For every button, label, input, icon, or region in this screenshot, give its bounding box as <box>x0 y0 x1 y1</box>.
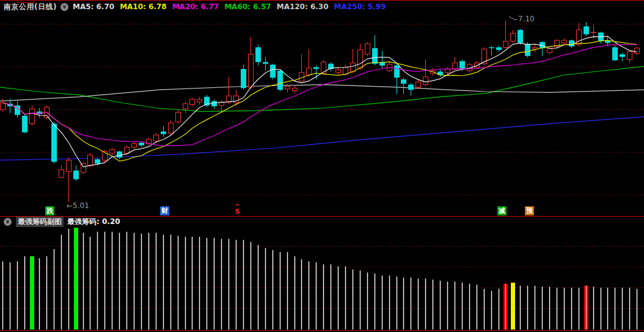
chip-bar[interactable] <box>622 288 623 330</box>
chip-bar[interactable] <box>607 288 608 330</box>
candle[interactable] <box>249 37 254 88</box>
chip-bar[interactable] <box>46 256 47 330</box>
candle[interactable] <box>132 142 137 149</box>
chip-bar[interactable] <box>295 256 295 330</box>
chip-bar[interactable] <box>375 273 375 330</box>
chip-bar[interactable] <box>520 286 521 330</box>
candle[interactable] <box>219 100 224 112</box>
chip-bar[interactable] <box>126 232 127 330</box>
chip-bar[interactable] <box>353 270 353 330</box>
chip-bar[interactable] <box>104 232 105 330</box>
chevron-down-icon[interactable] <box>60 3 68 11</box>
chip-bar[interactable] <box>119 233 120 330</box>
chip-bar[interactable] <box>170 235 171 330</box>
candle[interactable] <box>161 126 166 137</box>
candle[interactable] <box>598 32 604 44</box>
candle[interactable] <box>496 46 502 52</box>
chip-bar[interactable] <box>83 233 84 330</box>
chip-bar[interactable] <box>97 232 98 330</box>
chip-bar[interactable] <box>425 279 426 330</box>
chip-bar[interactable] <box>455 282 455 330</box>
chip-bar[interactable] <box>433 280 433 330</box>
chip-bar[interactable] <box>447 282 448 330</box>
candle[interactable] <box>22 114 27 133</box>
chip-bar[interactable] <box>484 289 485 330</box>
chip-bar[interactable] <box>112 232 112 330</box>
chip-bar[interactable] <box>192 237 192 330</box>
chip-bar[interactable] <box>331 264 331 330</box>
chip-bar[interactable] <box>462 283 463 330</box>
candle[interactable] <box>437 69 443 77</box>
candle[interactable] <box>169 120 174 135</box>
chip-bar[interactable] <box>579 288 579 330</box>
chip-bar[interactable] <box>499 289 499 330</box>
chip-bar-red[interactable] <box>503 284 508 330</box>
candle[interactable] <box>227 77 232 104</box>
chip-bar[interactable] <box>477 285 477 330</box>
chip-bar[interactable] <box>54 249 54 330</box>
chip-bar[interactable] <box>251 242 251 330</box>
chip-bar-green[interactable] <box>74 228 78 330</box>
chip-bar[interactable] <box>185 237 186 330</box>
candle[interactable] <box>67 157 71 202</box>
candle[interactable] <box>620 52 625 61</box>
chip-bar[interactable] <box>491 291 492 330</box>
chip-bar[interactable] <box>345 267 346 330</box>
chip-bar[interactable] <box>542 287 543 330</box>
chip-bar[interactable] <box>148 233 149 330</box>
chip-bar[interactable] <box>68 229 69 330</box>
chip-bar[interactable] <box>287 252 288 330</box>
candle[interactable] <box>270 64 276 80</box>
candle[interactable] <box>328 62 334 72</box>
chip-bar[interactable] <box>17 261 18 330</box>
chip-bar[interactable] <box>61 235 62 330</box>
chip-bar[interactable] <box>221 239 222 330</box>
candle[interactable] <box>1 98 5 111</box>
chip-bar[interactable] <box>440 281 441 330</box>
candle[interactable] <box>211 99 217 109</box>
chip-bar[interactable] <box>403 278 404 330</box>
chart-canvas[interactable] <box>0 0 644 332</box>
indicator-name[interactable]: 最强筹码副图 <box>16 217 64 227</box>
chip-bar[interactable] <box>214 238 214 330</box>
chip-bar[interactable] <box>207 238 207 330</box>
candle[interactable] <box>511 30 516 43</box>
candle[interactable] <box>351 49 356 73</box>
candle[interactable] <box>197 97 202 105</box>
candle[interactable] <box>241 65 246 90</box>
chip-bar[interactable] <box>236 240 236 330</box>
candle[interactable] <box>30 106 35 126</box>
chip-bar[interactable] <box>367 273 368 330</box>
chip-bar[interactable] <box>397 276 397 330</box>
chip-bar[interactable] <box>637 289 637 330</box>
chip-bar[interactable] <box>178 236 178 330</box>
chip-bar[interactable] <box>10 262 10 330</box>
chip-bar[interactable] <box>338 267 338 330</box>
chip-bar[interactable] <box>323 264 324 330</box>
candle[interactable] <box>372 35 378 66</box>
chip-bar[interactable] <box>389 276 390 330</box>
candle[interactable] <box>628 51 632 63</box>
candle[interactable] <box>379 51 385 68</box>
candle[interactable] <box>518 29 523 45</box>
candle[interactable] <box>358 44 363 70</box>
candle[interactable] <box>489 46 494 56</box>
candle[interactable] <box>408 83 414 96</box>
chip-bar-red[interactable] <box>584 286 588 330</box>
chip-bar[interactable] <box>156 233 156 330</box>
candle[interactable] <box>313 65 319 79</box>
chip-bar[interactable] <box>90 237 90 330</box>
candle[interactable] <box>277 70 283 92</box>
chevron-down-icon[interactable] <box>4 218 12 226</box>
candle[interactable] <box>584 22 589 36</box>
candle[interactable] <box>183 101 188 114</box>
chip-bar[interactable] <box>411 278 411 330</box>
chip-bar[interactable] <box>564 288 565 330</box>
candle[interactable] <box>293 85 298 93</box>
chip-bar[interactable] <box>615 288 615 330</box>
chip-bar[interactable] <box>199 237 200 330</box>
chip-bar[interactable] <box>549 287 550 330</box>
candle[interactable] <box>190 98 195 106</box>
chip-bar[interactable] <box>557 288 557 330</box>
candle[interactable] <box>176 110 181 124</box>
